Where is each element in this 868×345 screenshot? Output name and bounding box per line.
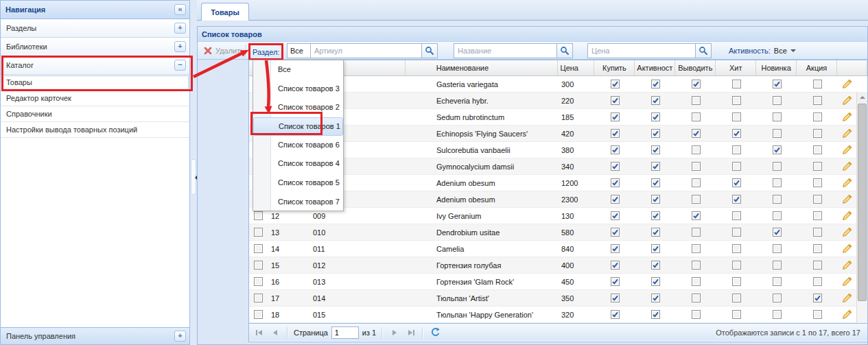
- cell-checkbox-display[interactable]: [676, 175, 716, 191]
- menu-item[interactable]: Список товаров 3: [253, 80, 343, 99]
- table-row[interactable]: 15012Гортензия голубая400: [249, 257, 867, 274]
- cell-checkbox-display[interactable]: [676, 76, 716, 93]
- cell-checkbox-active[interactable]: [635, 109, 676, 126]
- prev-page-button[interactable]: [269, 326, 281, 339]
- first-page-button[interactable]: [253, 326, 266, 339]
- sidebar-item-tovary[interactable]: Товары: [1, 75, 189, 91]
- sidebar-item-biblioteki[interactable]: Библиотеки +: [1, 38, 189, 56]
- sidebar-item-nastroyki-vyvoda[interactable]: Настройки вывода товарных позиций: [1, 122, 189, 138]
- menu-item[interactable]: Список товаров 2: [253, 98, 343, 117]
- row-select-checkbox[interactable]: [249, 257, 268, 274]
- cell-checkbox-active[interactable]: [635, 93, 676, 109]
- cell-checkbox-promo[interactable]: [797, 224, 838, 241]
- edit-pencil-icon[interactable]: [838, 93, 856, 109]
- expand-plus-icon[interactable]: +: [174, 23, 186, 34]
- cell-checkbox-buy[interactable]: [595, 109, 635, 126]
- table-row[interactable]: 18015Тюльпан 'Happy Generation'320: [249, 307, 867, 323]
- cell-checkbox-hit[interactable]: [716, 191, 757, 208]
- cell-checkbox-new[interactable]: [757, 76, 797, 93]
- menu-item[interactable]: Все: [253, 60, 343, 80]
- cell-checkbox-buy[interactable]: [595, 76, 635, 93]
- cell-checkbox-buy[interactable]: [595, 274, 635, 290]
- cell-checkbox-display[interactable]: [676, 158, 716, 175]
- cell-checkbox-active[interactable]: [635, 241, 676, 257]
- cell-checkbox-new[interactable]: [757, 274, 797, 290]
- cell-checkbox-buy[interactable]: [595, 224, 635, 241]
- menu-item[interactable]: Список товаров 1: [253, 117, 343, 136]
- cell-checkbox-hit[interactable]: [716, 208, 757, 224]
- menu-item[interactable]: Список товаров 5: [253, 174, 343, 193]
- cell-checkbox-active[interactable]: [635, 191, 676, 208]
- price-search-input[interactable]: [587, 43, 696, 58]
- delete-button[interactable]: Удалить: [203, 43, 244, 58]
- cell-checkbox-new[interactable]: [757, 175, 797, 191]
- cell-checkbox-promo[interactable]: [797, 93, 838, 109]
- scrollbar-thumb[interactable]: [858, 104, 867, 301]
- edit-pencil-icon[interactable]: [838, 274, 856, 290]
- cell-checkbox-active[interactable]: [635, 175, 676, 191]
- row-select-checkbox[interactable]: [249, 307, 268, 323]
- activity-filter-dropdown[interactable]: Активность: Все: [729, 43, 796, 58]
- cell-checkbox-new[interactable]: [757, 290, 797, 307]
- cell-checkbox-new[interactable]: [757, 191, 797, 208]
- cell-checkbox-display[interactable]: [676, 109, 716, 126]
- collapse-minus-icon[interactable]: −: [174, 60, 186, 71]
- last-page-button[interactable]: [404, 326, 417, 339]
- cell-checkbox-promo[interactable]: [797, 158, 838, 175]
- cell-checkbox-display[interactable]: [676, 191, 716, 208]
- column-header[interactable]: Активност: [635, 60, 675, 75]
- cell-checkbox-hit[interactable]: [716, 175, 757, 191]
- edit-pencil-icon[interactable]: [838, 224, 856, 241]
- refresh-button[interactable]: [429, 326, 441, 339]
- edit-pencil-icon[interactable]: [838, 307, 856, 323]
- cell-checkbox-active[interactable]: [635, 126, 676, 142]
- edit-pencil-icon[interactable]: [838, 76, 856, 93]
- cell-checkbox-promo[interactable]: [797, 307, 838, 323]
- cell-checkbox-promo[interactable]: [797, 191, 838, 208]
- cell-checkbox-hit[interactable]: [716, 109, 757, 126]
- cell-checkbox-hit[interactable]: [716, 76, 757, 93]
- cell-checkbox-display[interactable]: [676, 142, 716, 158]
- cell-checkbox-display[interactable]: [676, 224, 716, 241]
- sidebar-item-panel-upravleniya[interactable]: Панель управления +: [1, 327, 189, 344]
- tab-tovary[interactable]: Товары: [201, 3, 249, 21]
- cell-checkbox-active[interactable]: [635, 274, 676, 290]
- cell-checkbox-new[interactable]: [757, 109, 797, 126]
- artikul-search-input[interactable]: [310, 43, 422, 58]
- scroll-up-icon[interactable]: [857, 92, 867, 103]
- cell-checkbox-promo[interactable]: [797, 126, 838, 142]
- cell-checkbox-hit[interactable]: [716, 93, 757, 109]
- expand-plus-icon[interactable]: +: [174, 331, 186, 342]
- cell-checkbox-buy[interactable]: [595, 307, 635, 323]
- edit-pencil-icon[interactable]: [838, 175, 856, 191]
- cell-checkbox-promo[interactable]: [797, 274, 838, 290]
- column-header[interactable]: Акция: [797, 60, 837, 75]
- row-select-checkbox[interactable]: [249, 290, 268, 307]
- cell-checkbox-promo[interactable]: [797, 241, 838, 257]
- cell-checkbox-active[interactable]: [635, 158, 676, 175]
- cell-checkbox-new[interactable]: [757, 208, 797, 224]
- cell-checkbox-new[interactable]: [757, 93, 797, 109]
- cell-checkbox-hit[interactable]: [716, 290, 757, 307]
- edit-pencil-icon[interactable]: [838, 142, 856, 158]
- edit-pencil-icon[interactable]: [838, 191, 856, 208]
- cell-checkbox-buy[interactable]: [595, 93, 635, 109]
- cell-checkbox-promo[interactable]: [797, 76, 838, 93]
- column-header[interactable]: Выводить: [675, 60, 716, 75]
- cell-checkbox-buy[interactable]: [595, 290, 635, 307]
- cell-checkbox-promo[interactable]: [797, 175, 838, 191]
- name-search-button[interactable]: [557, 43, 573, 58]
- menu-item[interactable]: Список товаров 4: [253, 154, 343, 174]
- edit-pencil-icon[interactable]: [838, 158, 856, 175]
- cell-checkbox-display[interactable]: [676, 274, 716, 290]
- column-header[interactable]: Новинка: [756, 60, 797, 75]
- cell-checkbox-promo[interactable]: [797, 109, 838, 126]
- column-header[interactable]: Купить: [594, 60, 635, 75]
- cell-checkbox-hit[interactable]: [716, 274, 757, 290]
- row-select-checkbox[interactable]: [249, 224, 268, 241]
- cell-checkbox-buy[interactable]: [595, 175, 635, 191]
- cell-checkbox-promo[interactable]: [797, 290, 838, 307]
- cell-checkbox-active[interactable]: [635, 307, 676, 323]
- edit-pencil-icon[interactable]: [838, 109, 856, 126]
- cell-checkbox-buy[interactable]: [595, 191, 635, 208]
